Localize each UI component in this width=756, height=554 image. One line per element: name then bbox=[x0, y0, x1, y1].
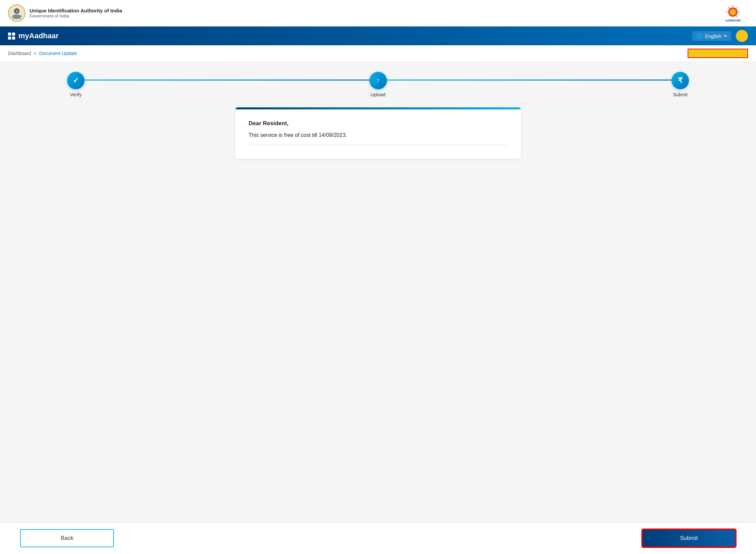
nav-bar: myAadhaar 🌐 English ▼ bbox=[0, 27, 756, 45]
step-submit-label: Submit bbox=[673, 92, 688, 97]
svg-point-7 bbox=[730, 9, 736, 15]
step-upload: ↑ Upload bbox=[369, 72, 387, 97]
step-submit-circle: ₹ bbox=[672, 72, 689, 89]
language-icon: 🌐 bbox=[696, 33, 703, 39]
step-line-1 bbox=[84, 80, 369, 81]
language-selector[interactable]: 🌐 English ▼ bbox=[692, 31, 731, 41]
aadhaar-logo-icon: AADHAAR bbox=[718, 3, 748, 23]
language-label: English bbox=[705, 33, 721, 39]
upload-icon: ↑ bbox=[376, 76, 380, 85]
step-verify-label: Verify bbox=[70, 92, 81, 97]
action-bar: Back Submit bbox=[0, 522, 756, 554]
gov-header: 🦁 सत्यमेव जयते Unique Identification Aut… bbox=[0, 0, 756, 27]
step-upload-circle: ↑ bbox=[369, 72, 387, 89]
step-submit: ₹ Submit bbox=[672, 72, 689, 97]
breadcrumb-highlight-box bbox=[688, 49, 748, 58]
gov-title: Unique Identification Authority of India… bbox=[30, 8, 122, 18]
gov-header-left: 🦁 सत्यमेव जयते Unique Identification Aut… bbox=[8, 4, 122, 22]
breadcrumb-separator: > bbox=[34, 51, 37, 56]
org-name: Unique Identification Authority of India bbox=[30, 8, 122, 13]
card-greeting: Dear Resident, bbox=[249, 120, 508, 127]
step-upload-label: Upload bbox=[370, 92, 385, 97]
nav-brand: myAadhaar bbox=[8, 32, 59, 40]
breadcrumb: Dashboard > Document Update bbox=[0, 45, 756, 62]
aadhaar-label: AADHAAR bbox=[725, 19, 741, 22]
chevron-down-icon: ▼ bbox=[723, 34, 727, 38]
verify-icon: ✓ bbox=[73, 76, 79, 85]
card-divider bbox=[249, 145, 508, 145]
card-message: This service is free of cost till 14/09/… bbox=[249, 132, 508, 138]
breadcrumb-home[interactable]: Dashboard bbox=[8, 51, 31, 56]
svg-point-15 bbox=[734, 11, 735, 12]
brand-name: myAadhaar bbox=[18, 32, 59, 40]
step-line-2 bbox=[387, 80, 672, 81]
main-content: ✓ Verify ↑ Upload ₹ Submit Dear Resident… bbox=[0, 62, 756, 522]
rupee-icon: ₹ bbox=[678, 76, 683, 85]
user-avatar[interactable] bbox=[736, 30, 748, 42]
svg-point-14 bbox=[732, 11, 733, 12]
card-container: Dear Resident, This service is free of c… bbox=[227, 107, 529, 159]
nav-right: 🌐 English ▼ bbox=[692, 30, 748, 42]
card-body: Dear Resident, This service is free of c… bbox=[235, 109, 521, 159]
grid-icon bbox=[8, 33, 15, 40]
org-sub: Government of India bbox=[30, 13, 122, 18]
stepper: ✓ Verify ↑ Upload ₹ Submit bbox=[0, 72, 756, 97]
svg-text:🦁: 🦁 bbox=[15, 9, 19, 13]
back-button[interactable]: Back bbox=[20, 529, 114, 547]
step-verify: ✓ Verify bbox=[67, 72, 84, 97]
info-card: Dear Resident, This service is free of c… bbox=[235, 107, 521, 159]
india-emblem-icon: 🦁 सत्यमेव जयते bbox=[8, 4, 25, 22]
breadcrumb-current: Document Update bbox=[39, 51, 77, 56]
step-verify-circle: ✓ bbox=[67, 72, 84, 89]
svg-text:सत्यमेव जयते: सत्यमेव जयते bbox=[12, 17, 21, 19]
submit-button[interactable]: Submit bbox=[642, 529, 736, 547]
